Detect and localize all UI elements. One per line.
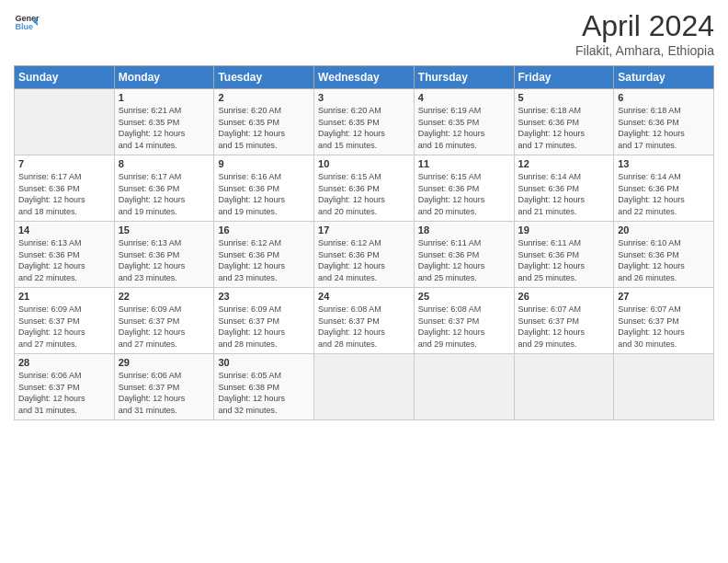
day-number: 6	[618, 92, 710, 103]
day-info: Sunrise: 6:07 AM Sunset: 6:37 PM Dayligh…	[618, 304, 710, 350]
day-info: Sunrise: 6:05 AM Sunset: 6:38 PM Dayligh…	[218, 370, 310, 416]
day-cell: 30Sunrise: 6:05 AM Sunset: 6:38 PM Dayli…	[214, 354, 314, 420]
day-info: Sunrise: 6:13 AM Sunset: 6:36 PM Dayligh…	[18, 237, 110, 283]
day-cell: 17Sunrise: 6:12 AM Sunset: 6:36 PM Dayli…	[314, 222, 415, 288]
day-info: Sunrise: 6:21 AM Sunset: 6:35 PM Dayligh…	[119, 105, 210, 151]
day-cell: 12Sunrise: 6:14 AM Sunset: 6:36 PM Dayli…	[514, 155, 614, 222]
day-cell: 15Sunrise: 6:13 AM Sunset: 6:36 PM Dayli…	[114, 222, 214, 288]
day-info: Sunrise: 6:08 AM Sunset: 6:37 PM Dayligh…	[418, 304, 510, 350]
day-info: Sunrise: 6:09 AM Sunset: 6:37 PM Dayligh…	[18, 304, 110, 350]
day-number: 18	[418, 224, 510, 236]
day-cell: 20Sunrise: 6:10 AM Sunset: 6:36 PM Dayli…	[614, 222, 714, 288]
day-info: Sunrise: 6:09 AM Sunset: 6:37 PM Dayligh…	[218, 304, 310, 350]
day-number: 3	[318, 92, 410, 103]
day-cell: 3Sunrise: 6:20 AM Sunset: 6:35 PM Daylig…	[314, 89, 415, 155]
day-number: 13	[618, 158, 710, 169]
day-number: 8	[119, 158, 210, 169]
day-cell: 21Sunrise: 6:09 AM Sunset: 6:37 PM Dayli…	[15, 288, 115, 354]
day-number: 20	[618, 224, 710, 236]
week-row-5: 28Sunrise: 6:06 AM Sunset: 6:37 PM Dayli…	[15, 354, 714, 420]
day-cell: 6Sunrise: 6:18 AM Sunset: 6:36 PM Daylig…	[614, 89, 714, 155]
day-cell: 9Sunrise: 6:16 AM Sunset: 6:36 PM Daylig…	[214, 155, 314, 222]
day-info: Sunrise: 6:09 AM Sunset: 6:37 PM Dayligh…	[119, 304, 210, 350]
day-info: Sunrise: 6:06 AM Sunset: 6:37 PM Dayligh…	[119, 370, 210, 416]
day-number: 22	[119, 291, 210, 302]
day-number: 10	[318, 158, 410, 169]
day-cell: 11Sunrise: 6:15 AM Sunset: 6:36 PM Dayli…	[414, 155, 514, 222]
day-cell	[514, 354, 614, 420]
day-info: Sunrise: 6:06 AM Sunset: 6:37 PM Dayligh…	[18, 370, 110, 416]
day-cell: 7Sunrise: 6:17 AM Sunset: 6:36 PM Daylig…	[15, 155, 115, 222]
col-wednesday: Wednesday	[314, 66, 415, 89]
subtitle: Filakit, Amhara, Ethiopia	[575, 43, 714, 58]
day-cell: 23Sunrise: 6:09 AM Sunset: 6:37 PM Dayli…	[214, 288, 314, 354]
day-info: Sunrise: 6:14 AM Sunset: 6:36 PM Dayligh…	[618, 171, 710, 217]
day-cell: 10Sunrise: 6:15 AM Sunset: 6:36 PM Dayli…	[314, 155, 415, 222]
day-number: 19	[518, 224, 610, 236]
day-number: 4	[418, 92, 510, 103]
day-cell: 18Sunrise: 6:11 AM Sunset: 6:36 PM Dayli…	[414, 222, 514, 288]
day-info: Sunrise: 6:11 AM Sunset: 6:36 PM Dayligh…	[418, 237, 510, 283]
day-number: 28	[18, 357, 110, 368]
day-info: Sunrise: 6:12 AM Sunset: 6:36 PM Dayligh…	[218, 237, 310, 283]
week-row-3: 14Sunrise: 6:13 AM Sunset: 6:36 PM Dayli…	[15, 222, 714, 288]
logo-icon: General Blue	[14, 9, 40, 35]
day-info: Sunrise: 6:15 AM Sunset: 6:36 PM Dayligh…	[418, 171, 510, 217]
day-number: 1	[119, 92, 210, 103]
day-info: Sunrise: 6:20 AM Sunset: 6:35 PM Dayligh…	[218, 105, 310, 151]
day-cell: 16Sunrise: 6:12 AM Sunset: 6:36 PM Dayli…	[214, 222, 314, 288]
day-info: Sunrise: 6:20 AM Sunset: 6:35 PM Dayligh…	[318, 105, 410, 151]
header-row: Sunday Monday Tuesday Wednesday Thursday…	[15, 66, 714, 89]
calendar-header: Sunday Monday Tuesday Wednesday Thursday…	[15, 66, 714, 89]
day-number: 2	[218, 92, 310, 103]
day-info: Sunrise: 6:10 AM Sunset: 6:36 PM Dayligh…	[618, 237, 710, 283]
day-number: 12	[518, 158, 610, 169]
day-info: Sunrise: 6:15 AM Sunset: 6:36 PM Dayligh…	[318, 171, 410, 217]
day-info: Sunrise: 6:19 AM Sunset: 6:35 PM Dayligh…	[418, 105, 510, 151]
day-cell: 4Sunrise: 6:19 AM Sunset: 6:35 PM Daylig…	[414, 89, 514, 155]
col-saturday: Saturday	[614, 66, 714, 89]
day-cell: 28Sunrise: 6:06 AM Sunset: 6:37 PM Dayli…	[15, 354, 115, 420]
col-friday: Friday	[514, 66, 614, 89]
day-cell: 29Sunrise: 6:06 AM Sunset: 6:37 PM Dayli…	[114, 354, 214, 420]
day-number: 27	[618, 291, 710, 302]
day-cell: 1Sunrise: 6:21 AM Sunset: 6:35 PM Daylig…	[114, 89, 214, 155]
day-number: 14	[18, 224, 110, 236]
main-title: April 2024	[575, 9, 714, 43]
col-monday: Monday	[114, 66, 214, 89]
day-cell: 13Sunrise: 6:14 AM Sunset: 6:36 PM Dayli…	[614, 155, 714, 222]
page: General Blue April 2024 Filakit, Amhara,…	[0, 0, 728, 563]
day-number: 30	[218, 357, 310, 368]
day-cell: 2Sunrise: 6:20 AM Sunset: 6:35 PM Daylig…	[214, 89, 314, 155]
week-row-2: 7Sunrise: 6:17 AM Sunset: 6:36 PM Daylig…	[15, 155, 714, 222]
day-cell: 26Sunrise: 6:07 AM Sunset: 6:37 PM Dayli…	[514, 288, 614, 354]
logo: General Blue	[14, 9, 40, 35]
day-cell: 19Sunrise: 6:11 AM Sunset: 6:36 PM Dayli…	[514, 222, 614, 288]
day-cell: 8Sunrise: 6:17 AM Sunset: 6:36 PM Daylig…	[114, 155, 214, 222]
day-cell	[414, 354, 514, 420]
week-row-4: 21Sunrise: 6:09 AM Sunset: 6:37 PM Dayli…	[15, 288, 714, 354]
week-row-1: 1Sunrise: 6:21 AM Sunset: 6:35 PM Daylig…	[15, 89, 714, 155]
day-cell	[614, 354, 714, 420]
day-info: Sunrise: 6:14 AM Sunset: 6:36 PM Dayligh…	[518, 171, 610, 217]
day-cell: 27Sunrise: 6:07 AM Sunset: 6:37 PM Dayli…	[614, 288, 714, 354]
day-number: 5	[518, 92, 610, 103]
col-tuesday: Tuesday	[214, 66, 314, 89]
day-cell: 14Sunrise: 6:13 AM Sunset: 6:36 PM Dayli…	[15, 222, 115, 288]
day-number: 11	[418, 158, 510, 169]
day-info: Sunrise: 6:13 AM Sunset: 6:36 PM Dayligh…	[119, 237, 210, 283]
day-cell: 24Sunrise: 6:08 AM Sunset: 6:37 PM Dayli…	[314, 288, 415, 354]
day-cell	[15, 89, 115, 155]
day-cell	[314, 354, 415, 420]
day-number: 17	[318, 224, 410, 236]
day-number: 21	[18, 291, 110, 302]
title-block: April 2024 Filakit, Amhara, Ethiopia	[575, 9, 714, 58]
day-number: 9	[218, 158, 310, 169]
day-number: 16	[218, 224, 310, 236]
day-info: Sunrise: 6:11 AM Sunset: 6:36 PM Dayligh…	[518, 237, 610, 283]
day-cell: 22Sunrise: 6:09 AM Sunset: 6:37 PM Dayli…	[114, 288, 214, 354]
calendar-table: Sunday Monday Tuesday Wednesday Thursday…	[14, 65, 714, 420]
day-number: 7	[18, 158, 110, 169]
day-number: 29	[119, 357, 210, 368]
day-info: Sunrise: 6:07 AM Sunset: 6:37 PM Dayligh…	[518, 304, 610, 350]
